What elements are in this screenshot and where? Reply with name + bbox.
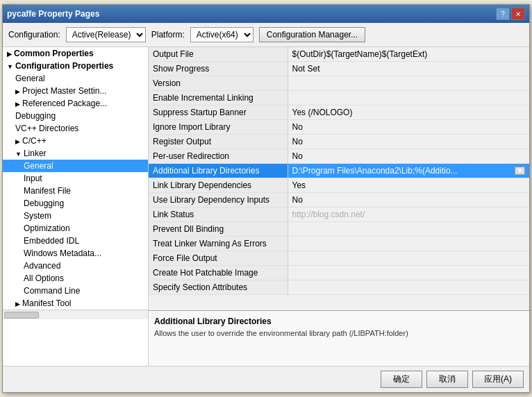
property-value: Yes (/NOLOGO): [288, 105, 529, 120]
platform-select[interactable]: Active(x64): [190, 27, 253, 42]
ok-button[interactable]: 确定: [381, 371, 422, 388]
tree-container: ▶Common Properties▼Configuration Propert…: [3, 47, 148, 310]
property-name: Enable Incremental Linking: [149, 91, 288, 105]
right-panel: Output File$(OutDir)$(TargetName)$(Targe…: [149, 47, 529, 366]
property-name: Prevent Dll Binding: [149, 222, 288, 237]
horizontal-scrollbar[interactable]: [3, 310, 148, 319]
tree-item-linker[interactable]: ▼Linker: [3, 147, 148, 160]
property-value: D:\Program Files\Anaconda2\Lib;%(Additio…: [288, 164, 529, 178]
main-window: pycaffe Property Pages ? ✕ Configuration…: [2, 4, 530, 393]
tree-item-vcdirs[interactable]: VC++ Directories: [3, 122, 148, 135]
expand-icon: ▼: [15, 151, 22, 158]
tree-item-linker_winmeta[interactable]: Windows Metadata...: [3, 247, 148, 260]
toolbar: Configuration: Active(Release) Platform:…: [3, 23, 529, 47]
table-row[interactable]: Additional Library DirectoriesD:\Program…: [149, 164, 529, 178]
tree-item-label: Manifest Tool: [22, 298, 71, 308]
tree-item-label: VC++ Directories: [15, 124, 78, 133]
property-name: Per-user Redirection: [149, 149, 288, 164]
table-row[interactable]: Use Library Dependency InputsNo: [149, 193, 529, 208]
table-row[interactable]: Link Statushttp://blog.csdn.net/: [149, 208, 529, 222]
table-row[interactable]: Version: [149, 76, 529, 91]
tree-item-general[interactable]: General: [3, 72, 148, 85]
tree-item-label: Embedded IDL: [24, 236, 79, 246]
scroll-thumb[interactable]: [4, 312, 39, 319]
tree-item-linker_general[interactable]: General: [3, 160, 148, 172]
tree-item-debugging[interactable]: Debugging: [3, 110, 148, 122]
table-row[interactable]: Suppress Startup BannerYes (/NOLOGO): [149, 105, 529, 120]
property-name: Link Status: [149, 208, 288, 222]
config-select[interactable]: Active(Release): [66, 27, 146, 42]
tree-item-linker_system[interactable]: System: [3, 210, 148, 222]
property-value: [288, 76, 529, 91]
property-name: Output File: [149, 47, 288, 62]
property-value: [288, 222, 529, 237]
table-row[interactable]: Output File$(OutDir)$(TargetName)$(Targe…: [149, 47, 529, 62]
tree-item-label: Configuration Properties: [15, 61, 113, 71]
tree-item-cpp[interactable]: ▶C/C++: [3, 135, 148, 147]
properties-table: Output File$(OutDir)$(TargetName)$(Targe…: [149, 47, 529, 310]
tree-item-linker_allopts[interactable]: All Options: [3, 272, 148, 285]
property-name: Force File Output: [149, 251, 288, 266]
table-row[interactable]: Ignore Import LibraryNo: [149, 120, 529, 135]
tree-item-common[interactable]: ▶Common Properties: [3, 47, 148, 60]
table-row[interactable]: Prevent Dll Binding: [149, 222, 529, 237]
property-name: Specify Section Attributes: [149, 280, 288, 295]
property-name: Use Library Dependency Inputs: [149, 193, 288, 208]
cancel-button[interactable]: 取消: [426, 371, 468, 388]
table-row[interactable]: Specify Section Attributes: [149, 280, 529, 295]
expand-icon: ▶: [15, 101, 20, 108]
tree-item-manifest_tool[interactable]: ▶Manifest Tool: [3, 297, 148, 310]
table-row[interactable]: Enable Incremental Linking: [149, 91, 529, 105]
tree-item-label: Advanced: [24, 261, 60, 271]
window-title: pycaffe Property Pages: [7, 9, 99, 19]
table-row[interactable]: Register OutputNo: [149, 135, 529, 149]
tree-item-project[interactable]: ▶Project Master Settin...: [3, 85, 148, 97]
help-button[interactable]: ?: [496, 8, 510, 20]
property-value: [288, 280, 529, 295]
table-row[interactable]: Create Hot Patchable Image: [149, 266, 529, 280]
platform-label: Platform:: [151, 30, 185, 40]
property-name: Additional Library Directories: [149, 164, 288, 178]
tree-item-label: Command Line: [24, 286, 80, 296]
property-value: Yes: [288, 178, 529, 193]
tree-item-label: General: [15, 74, 45, 83]
dropdown-arrow-icon[interactable]: ▼: [515, 167, 525, 175]
description-title: Additional Library Directories: [154, 316, 524, 326]
tree-item-linker_opt[interactable]: Optimization: [3, 222, 148, 235]
expand-icon: ▶: [7, 51, 12, 58]
tree-item-linker_advanced[interactable]: Advanced: [3, 260, 148, 272]
property-name: Show Progress: [149, 62, 288, 76]
tree-item-label: Debugging: [15, 111, 56, 121]
table-row[interactable]: Show ProgressNot Set: [149, 62, 529, 76]
table-row[interactable]: Treat Linker Warning As Errors: [149, 237, 529, 251]
property-name: Treat Linker Warning As Errors: [149, 237, 288, 251]
tree-item-config[interactable]: ▼Configuration Properties: [3, 60, 148, 72]
tree-item-linker_input[interactable]: Input: [3, 172, 148, 185]
bottom-bar: 确定 取消 应用(A): [3, 366, 529, 392]
close-button[interactable]: ✕: [511, 8, 525, 20]
expand-icon: ▶: [15, 301, 20, 307]
property-name: Suppress Startup Banner: [149, 105, 288, 120]
apply-button[interactable]: 应用(A): [472, 371, 524, 388]
property-value: No: [288, 193, 529, 208]
table-row[interactable]: Force File Output: [149, 251, 529, 266]
table-row[interactable]: Link Library DependenciesYes: [149, 178, 529, 193]
tree-item-label: Input: [24, 174, 42, 183]
tree-item-linker_embidl[interactable]: Embedded IDL: [3, 235, 148, 247]
table-row[interactable]: Per-user RedirectionNo: [149, 149, 529, 164]
tree-item-label: System: [24, 211, 51, 221]
tree-item-linker_manifest[interactable]: Manifest File: [3, 185, 148, 197]
tree-item-label: Project Master Settin...: [22, 86, 106, 96]
config-label: Configuration:: [8, 30, 60, 40]
property-name: Version: [149, 76, 288, 91]
tree-item-linker_debug[interactable]: Debugging: [3, 197, 148, 210]
property-value: No: [288, 120, 529, 135]
tree-item-linker_cmdline[interactable]: Command Line: [3, 285, 148, 297]
property-value: $(OutDir)$(TargetName)$(TargetExt): [288, 47, 529, 62]
config-manager-button[interactable]: Configuration Manager...: [259, 27, 365, 42]
tree-item-label: Common Properties: [14, 49, 94, 58]
tree-item-refpkg[interactable]: ▶Referenced Package...: [3, 97, 148, 110]
tree-item-label: All Options: [24, 273, 64, 283]
property-value: [288, 237, 529, 251]
expand-icon: ▶: [15, 88, 20, 95]
